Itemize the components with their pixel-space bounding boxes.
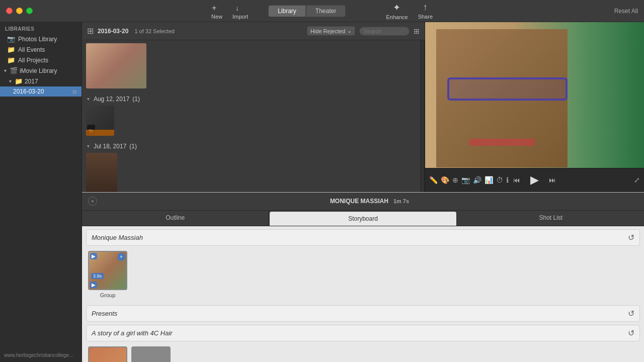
sidebar-item-label: 2016-03-20 <box>13 88 68 95</box>
sb-clips-area: ▶ + 3.9s ▶ Group <box>82 249 644 302</box>
stabilize-icon[interactable]: 📷 <box>461 176 470 184</box>
sb-row-story: A story of a girl with 4C Hair ↺ <box>86 325 640 341</box>
reset-all-button[interactable]: Reset All <box>614 8 638 15</box>
sb-clip-story-1 <box>88 346 127 363</box>
sidebar-item-2017[interactable]: ▼ 📁 2017 <box>0 76 82 86</box>
share-label: Share <box>418 14 433 20</box>
main-thumbnail[interactable]: face <box>86 43 146 88</box>
browser-inner: face ▼ Aug 12, 2017 (1) 📷 <box>82 40 425 192</box>
share-button[interactable]: ↑ Share <box>418 2 433 20</box>
import-button[interactable]: ↓ Import <box>232 3 248 20</box>
content-row: ⊞ 2016-03-20 1 of 32 Selected Hide Rejec… <box>82 22 644 192</box>
skip-forward-icon[interactable]: ⏭ <box>549 176 556 184</box>
enhance-label: Enhance <box>386 14 408 20</box>
sb-clip-story-2 <box>131 346 171 363</box>
sb-clip-group: ▶ + 3.9s ▶ Group <box>88 251 127 298</box>
window-controls <box>6 8 33 14</box>
sb-row-presents: Presents ↺ <box>86 305 640 322</box>
storyboard-duration: 1m 7s <box>393 198 409 204</box>
preview-video <box>425 22 644 168</box>
minimize-button[interactable] <box>16 8 23 14</box>
svg-text:+: + <box>212 4 216 12</box>
sidebar-item-label: All Projects <box>18 57 76 64</box>
sidebar-item-project[interactable]: 2016-03-20 ⊟ <box>0 86 82 97</box>
date-group-label: Jul 18, 2017 <box>94 143 126 150</box>
clip-type-icon: ▶ <box>90 282 97 288</box>
import-label: Import <box>232 14 248 20</box>
search-input[interactable] <box>359 27 410 36</box>
expand-icon[interactable]: ⤢ <box>634 176 640 184</box>
library-tab[interactable]: Library <box>268 5 306 17</box>
sb-clip-thumbnail[interactable]: ▶ + 3.9s ▶ <box>88 251 127 290</box>
right-area: ⊞ 2016-03-20 1 of 32 Selected Hide Rejec… <box>82 22 644 362</box>
color-icon[interactable]: 🎨 <box>441 176 449 184</box>
play-button[interactable]: ▶ <box>530 173 539 187</box>
storyboard-tabs: Outline Storyboard Shot List <box>82 211 644 226</box>
filter-chevron-icon: ⌄ <box>347 28 352 34</box>
main-area: LIBRARIES 📷 Photos Library 📁 All Events … <box>0 22 644 362</box>
refresh-icon[interactable]: ↺ <box>628 309 634 318</box>
clip-info-icon[interactable]: ℹ <box>506 176 509 184</box>
fullscreen-button[interactable] <box>26 8 33 14</box>
sb-clip-thumbnail[interactable] <box>131 346 171 363</box>
project-badge-icon: ⊟ <box>72 89 76 95</box>
clip-duration-badge: 3.9s <box>91 273 104 279</box>
crop-icon[interactable]: ⊕ <box>452 176 458 184</box>
sidebar: LIBRARIES 📷 Photos Library 📁 All Events … <box>0 22 82 362</box>
speed-icon[interactable]: ⏱ <box>496 176 503 184</box>
photos-library-icon: 📷 <box>7 35 15 43</box>
view-toggle-icon[interactable]: ⊞ <box>414 27 420 35</box>
sb-clips-area-story <box>82 344 644 363</box>
storyboard-header: × MONIQUE MASSIAH 1m 7s <box>82 193 644 211</box>
panel-resizer[interactable] <box>421 40 425 192</box>
clip-add-icon[interactable]: + <box>117 253 125 261</box>
sb-section-story: A story of a girl with 4C Hair ↺ <box>82 325 644 363</box>
sidebar-item-label: iMovie Library <box>20 67 76 74</box>
collapse-icon[interactable]: ▼ <box>86 144 91 149</box>
controls-tools-left: ✏️ 🎨 ⊕ 📷 🔊 📊 ⏱ ℹ <box>429 176 509 184</box>
sb-row-title: Presents <box>92 310 628 317</box>
preview-panel: ✏️ 🎨 ⊕ 📷 🔊 📊 ⏱ ℹ ⏮ ▶ ⏭ ⤢ <box>425 22 644 192</box>
browser-toolbar: ⊞ 2016-03-20 1 of 32 Selected Hide Rejec… <box>82 22 425 40</box>
skip-back-icon[interactable]: ⏮ <box>513 176 520 184</box>
date-group-count: (1) <box>129 143 137 150</box>
new-label: New <box>211 14 222 20</box>
sidebar-toggle-icon[interactable]: ⊞ <box>87 26 94 36</box>
new-button[interactable]: + New <box>211 3 222 20</box>
refresh-icon[interactable]: ↺ <box>628 233 634 242</box>
sidebar-item-label: All Events <box>18 46 76 53</box>
theater-tab[interactable]: Theater <box>306 5 346 17</box>
jul-thumbnail[interactable] <box>86 153 117 192</box>
collapse-icon[interactable]: ▼ <box>86 97 91 102</box>
aug-thumbnail[interactable]: 📷 <box>86 106 114 136</box>
toolbar-right: Reset All <box>614 8 638 15</box>
sidebar-item-photos-library[interactable]: 📷 Photos Library <box>0 34 82 44</box>
sidebar-item-imovie-library[interactable]: ▼ 🎬 iMovie Library <box>0 65 82 76</box>
sidebar-item-all-events[interactable]: 📁 All Events <box>0 44 82 55</box>
sb-row-monique: Monique Massiah ↺ <box>86 229 640 246</box>
storyboard-close-button[interactable]: × <box>88 197 97 206</box>
refresh-icon[interactable]: ↺ <box>628 328 634 338</box>
filter-label: Hide Rejected <box>310 28 345 34</box>
preview-controls: ✏️ 🎨 ⊕ 📷 🔊 📊 ⏱ ℹ ⏮ ▶ ⏭ ⤢ <box>425 168 644 192</box>
filter-dropdown[interactable]: Hide Rejected ⌄ <box>307 26 355 36</box>
browser-panel: ⊞ 2016-03-20 1 of 32 Selected Hide Rejec… <box>82 22 425 192</box>
enhance-button[interactable]: ✦ Enhance <box>386 2 408 20</box>
aug-thumb-strip: 📷 <box>86 106 417 136</box>
libraries-header: LIBRARIES <box>0 22 82 34</box>
date-group-aug: ▼ Aug 12, 2017 (1) <box>86 94 417 106</box>
jul-thumb-strip <box>86 153 417 192</box>
sb-clip-thumbnail[interactable] <box>88 346 127 363</box>
sidebar-item-all-projects[interactable]: 📁 All Projects <box>0 55 82 65</box>
all-events-icon: 📁 <box>7 46 15 53</box>
sb-row-title: A story of a girl with 4C Hair <box>92 329 628 337</box>
audio-eq-icon[interactable]: 📊 <box>485 176 493 184</box>
expand-icon: ▼ <box>8 79 13 84</box>
tab-outline[interactable]: Outline <box>82 211 269 226</box>
browser-date: 2016-03-20 <box>98 28 128 35</box>
volume-icon[interactable]: 🔊 <box>473 176 481 184</box>
close-button[interactable] <box>6 8 13 14</box>
edit-icon[interactable]: ✏️ <box>429 176 438 184</box>
tab-storyboard[interactable]: Storyboard <box>270 212 456 226</box>
tab-shot-list[interactable]: Shot List <box>458 211 644 226</box>
